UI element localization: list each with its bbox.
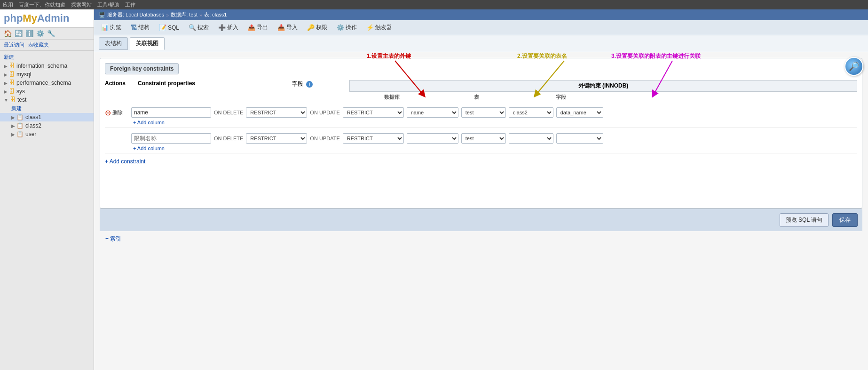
main-layout: phpMyAdmin 🏠 🔄 ℹ️ ⚙️ 🔧 最近访问 表收藏夹 新建 ▶ 🗄 … xyxy=(0,9,868,370)
breadcrumb: 🖥️ 服务器: Local Databases » 数据库: test » 表:… xyxy=(94,9,868,20)
tab-relation-view[interactable]: 关联视图 xyxy=(130,37,165,50)
search-button[interactable]: 🔍 搜索 xyxy=(184,22,213,33)
content-area: 🖥️ 服务器: Local Databases » 数据库: test » 表:… xyxy=(94,9,868,370)
table-icon: 📋 xyxy=(16,122,24,129)
on-update-select-2[interactable]: RESTRICT CASCADE SET NULL NO ACTION xyxy=(343,133,404,144)
fk-row-main-1: ⊖ 删除 ON DELETE RESTRICT CASCADE SET NULL… xyxy=(105,107,857,118)
structure-label: 结构 xyxy=(138,24,150,32)
on-update-select-1[interactable]: RESTRICT CASCADE SET NULL NO ACTION xyxy=(343,107,404,118)
db-name[interactable]: performance_schema xyxy=(16,80,71,86)
on-delete-label-2: ON DELETE xyxy=(214,136,243,141)
sidebar-item-mysql[interactable]: ▶ 🗄 mysql xyxy=(0,70,94,79)
sql-button[interactable]: 📝 SQL xyxy=(155,22,183,33)
expand-arrow: ▼ xyxy=(4,97,8,103)
fk-db-select-1[interactable]: test xyxy=(461,107,506,118)
on-delete-select-1[interactable]: RESTRICT CASCADE SET NULL NO ACTION xyxy=(246,107,307,118)
fk-section: Foreign key constraints Actions Constrai… xyxy=(100,58,862,209)
search-label: 搜索 xyxy=(197,24,209,32)
settings-icon[interactable]: ⚙️ xyxy=(36,30,44,37)
fk-table-select-1[interactable]: class2 xyxy=(509,107,553,118)
on-update-label-2: ON UPDATE xyxy=(310,136,339,141)
fk-col-select-2[interactable] xyxy=(556,133,603,144)
constraint-input-2[interactable] xyxy=(131,133,211,144)
privileges-button[interactable]: 🔑 权限 xyxy=(303,22,331,33)
sidebar-item-performance-schema[interactable]: ▶ 🗄 performance_schema xyxy=(0,79,94,87)
col-subheader: 字段 xyxy=(519,94,603,101)
preview-sql-button[interactable]: 预览 SQL 语句 xyxy=(780,213,829,227)
sidebar-item-class2[interactable]: ▶ 📋 class2 xyxy=(0,121,94,130)
sidebar-item-user[interactable]: ▶ 📋 user xyxy=(0,130,94,138)
sql-label: SQL xyxy=(168,24,179,31)
field-info-icon[interactable]: i xyxy=(306,81,313,88)
fk-row-main-2: ON DELETE RESTRICT CASCADE SET NULL NO A… xyxy=(105,133,857,144)
sidebar-item-test[interactable]: ▼ 🗄 test xyxy=(0,96,94,104)
top-bar-item[interactable]: 探索网站 xyxy=(71,1,92,8)
info-icon[interactable]: ℹ️ xyxy=(25,30,33,37)
fk-col-select-1[interactable]: data_name xyxy=(556,107,603,118)
delete-icon-1[interactable]: ⊖ xyxy=(105,108,111,117)
expand-arrow: ▶ xyxy=(11,123,15,129)
top-bar-item[interactable]: 应用 xyxy=(3,1,13,8)
top-bar-item[interactable]: 工具/帮助 xyxy=(97,1,119,8)
db-name[interactable]: sys xyxy=(16,88,25,95)
favorites-link[interactable]: 表收藏夹 xyxy=(28,41,49,48)
db-name[interactable]: mysql xyxy=(16,71,31,78)
top-bar-item[interactable]: 工作 xyxy=(125,1,135,8)
db-name[interactable]: information_schema xyxy=(16,63,67,69)
browse-button[interactable]: 📊 浏览 xyxy=(97,22,126,33)
server-crumb[interactable]: 服务器: Local Databases xyxy=(107,11,164,18)
fk-table-select-2[interactable] xyxy=(509,133,553,144)
recent-link[interactable]: 最近访问 xyxy=(4,41,24,48)
export-icon: 📤 xyxy=(248,24,255,31)
main-content: 1.设置主表的外键 2.设置要关联的表名 3.设置要关联的附表的主键进行关联 xyxy=(94,52,868,370)
add-column-link-1[interactable]: + Add column xyxy=(133,120,857,125)
insert-label: 插入 xyxy=(227,24,238,32)
tab-table-structure[interactable]: 表结构 xyxy=(99,37,128,50)
structure-button[interactable]: 🏗 结构 xyxy=(126,22,154,33)
table-subheader: 表 xyxy=(434,94,519,101)
new-table-button[interactable]: 新建 xyxy=(0,104,94,113)
sidebar-icons: 🏠 🔄 ℹ️ ⚙️ 🔧 xyxy=(0,28,94,40)
top-bar-item[interactable]: 百度一下、你就知道 xyxy=(19,1,65,8)
table-name[interactable]: class1 xyxy=(25,114,41,121)
save-button[interactable]: 保存 xyxy=(832,213,858,227)
home-icon[interactable]: 🏠 xyxy=(4,30,12,37)
new-database-button[interactable]: 新建 xyxy=(0,53,94,62)
db-name[interactable]: test xyxy=(17,97,26,103)
sidebar-item-information-schema[interactable]: ▶ 🗄 information_schema xyxy=(0,62,94,70)
fk-db-select-2[interactable]: test xyxy=(461,133,506,144)
import-button[interactable]: 📥 导入 xyxy=(273,22,302,33)
add-column-link-2[interactable]: + Add column xyxy=(133,145,857,151)
operations-button[interactable]: ⚙️ 操作 xyxy=(332,22,361,33)
sidebar-item-sys[interactable]: ▶ 🗄 sys xyxy=(0,87,94,96)
refresh-icon[interactable]: 🔄 xyxy=(15,30,23,37)
top-bar: 应用 百度一下、你就知道 探索网站 工具/帮助 工作 xyxy=(0,0,868,9)
export-button[interactable]: 📤 导出 xyxy=(244,22,272,33)
constraint-input-1[interactable] xyxy=(131,107,211,118)
fk-row-1: ⊖ 删除 ON DELETE RESTRICT CASCADE SET NULL… xyxy=(105,105,857,128)
db-icon: 🗄 xyxy=(9,80,15,86)
expand-arrow: ▶ xyxy=(4,80,8,86)
logo: phpMyAdmin xyxy=(0,9,94,28)
on-delete-select-2[interactable]: RESTRICT CASCADE SET NULL NO ACTION xyxy=(246,133,307,144)
db-icon: 🗄 xyxy=(10,97,16,103)
export-label: 导出 xyxy=(257,24,268,32)
table-crumb[interactable]: 表: class1 xyxy=(204,11,227,18)
expand-arrow: ▶ xyxy=(4,64,8,69)
index-link[interactable]: + 索引 xyxy=(100,231,862,247)
delete-label-1[interactable]: 删除 xyxy=(112,109,123,116)
annotation-2: 2.设置要关联的表名 xyxy=(517,52,567,60)
tools-icon[interactable]: 🔧 xyxy=(47,30,55,37)
db-icon: 🗄 xyxy=(9,63,15,69)
table-name[interactable]: user xyxy=(25,131,36,137)
sub-tabs: 表结构 关联视图 xyxy=(94,35,868,52)
sidebar-item-class1[interactable]: ▶ 📋 class1 xyxy=(0,113,94,121)
insert-button[interactable]: ➕ 插入 xyxy=(214,22,243,33)
table-name[interactable]: class2 xyxy=(25,122,41,129)
triggers-button[interactable]: ⚡ 触发器 xyxy=(362,22,396,33)
database-crumb[interactable]: 数据库: test xyxy=(171,11,197,18)
fk-field-select-1[interactable]: name xyxy=(407,107,458,118)
add-constraint-link[interactable]: + Add constraint xyxy=(105,158,857,165)
expand-arrow: ▶ xyxy=(4,72,8,77)
fk-field-select-2[interactable] xyxy=(407,133,458,144)
